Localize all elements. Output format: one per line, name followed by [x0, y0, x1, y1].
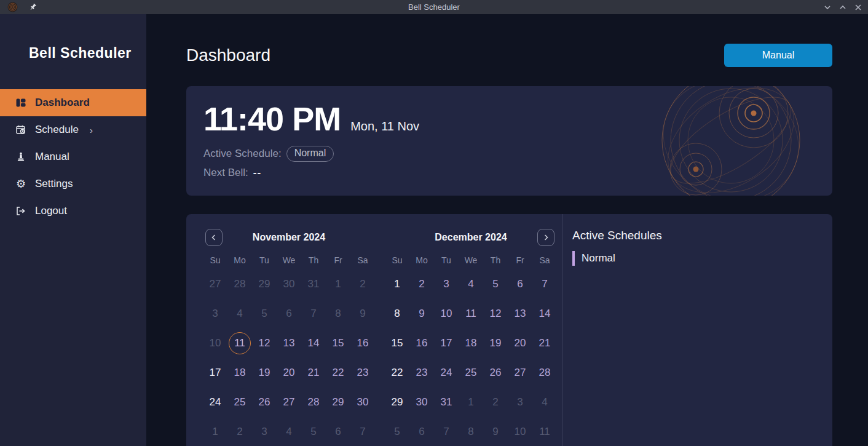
calendar-day[interactable]: 19 — [252, 358, 277, 388]
calendar-day[interactable]: 4 — [459, 269, 483, 299]
calendar-day[interactable]: 21 — [301, 358, 326, 388]
calendar-day[interactable]: 18 — [227, 358, 252, 388]
calendar-day[interactable]: 8 — [459, 417, 483, 446]
calendar-day[interactable]: 28 — [301, 388, 326, 417]
calendar-day[interactable]: 20 — [277, 358, 301, 388]
calendar-day[interactable]: 16 — [350, 329, 375, 358]
active-schedule-label: Active Schedule: — [203, 148, 282, 160]
calendar-day[interactable]: 29 — [385, 388, 409, 417]
calendar-day[interactable]: 14 — [301, 329, 326, 358]
calendar-day[interactable]: 6 — [277, 299, 301, 329]
calendar-day[interactable]: 8 — [385, 299, 409, 329]
calendar-day[interactable]: 4 — [532, 388, 557, 417]
calendar-day[interactable]: 3 — [252, 417, 277, 446]
calendar-day[interactable]: 10 — [434, 299, 459, 329]
calendar-day[interactable]: 2 — [483, 388, 508, 417]
calendar-day[interactable]: 16 — [409, 329, 434, 358]
calendar-day[interactable]: 30 — [277, 269, 301, 299]
calendar-day[interactable]: 3 — [508, 388, 532, 417]
calendar-day[interactable]: 1 — [385, 269, 409, 299]
calendar-day[interactable]: 7 — [434, 417, 459, 446]
next-bell-label: Next Bell: — [203, 167, 248, 179]
sidebar-item-dashboard[interactable]: Dashboard — [0, 89, 146, 116]
sidebar-item-settings[interactable]: ⚙ Settings — [0, 170, 146, 197]
schedule-list-item[interactable]: Normal — [572, 251, 816, 266]
shade-window-icon[interactable] — [823, 2, 832, 12]
calendar-day[interactable]: 1 — [459, 388, 483, 417]
calendar-day[interactable]: 6 — [508, 269, 532, 299]
calendar-day[interactable]: 6 — [326, 417, 350, 446]
calendar-day[interactable]: 7 — [532, 269, 557, 299]
calendar-day[interactable]: 3 — [203, 299, 227, 329]
calendar-day[interactable]: 12 — [252, 329, 277, 358]
calendar-day[interactable]: 12 — [483, 299, 508, 329]
maximize-window-icon[interactable] — [838, 2, 848, 12]
calendar-day[interactable]: 20 — [508, 329, 532, 358]
calendar-day-today[interactable]: 11 — [227, 329, 252, 358]
calendar-day[interactable]: 27 — [277, 388, 301, 417]
sidebar-item-manual[interactable]: Manual — [0, 143, 146, 170]
calendar-day[interactable]: 24 — [434, 358, 459, 388]
calendar-day[interactable]: 17 — [434, 329, 459, 358]
calendar-day[interactable]: 2 — [350, 269, 375, 299]
calendar-day[interactable]: 25 — [459, 358, 483, 388]
calendar-day[interactable]: 18 — [459, 329, 483, 358]
calendar-day[interactable]: 3 — [434, 269, 459, 299]
pin-icon[interactable] — [28, 2, 37, 12]
calendar-day[interactable]: 2 — [409, 269, 434, 299]
weekday-header: Mo — [409, 251, 434, 269]
calendar-day[interactable]: 23 — [350, 358, 375, 388]
calendar-day[interactable]: 6 — [409, 417, 434, 446]
calendar-day[interactable]: 7 — [350, 417, 375, 446]
calendar-day[interactable]: 22 — [326, 358, 350, 388]
sidebar-item-logout[interactable]: Logout — [0, 197, 146, 225]
calendar-day[interactable]: 5 — [483, 269, 508, 299]
calendar-day[interactable]: 29 — [252, 269, 277, 299]
calendar-day[interactable]: 23 — [409, 358, 434, 388]
titlebar: Bell Scheduler — [0, 0, 868, 14]
calendar-day[interactable]: 4 — [277, 417, 301, 446]
calendar-day[interactable]: 13 — [508, 299, 532, 329]
calendar-day[interactable]: 10 — [203, 329, 227, 358]
calendar-day[interactable]: 31 — [301, 269, 326, 299]
calendar-day[interactable]: 31 — [434, 388, 459, 417]
calendar-day[interactable]: 13 — [277, 329, 301, 358]
next-bell-value: -- — [253, 167, 261, 179]
calendar-day[interactable]: 15 — [385, 329, 409, 358]
calendar-day[interactable]: 5 — [252, 299, 277, 329]
calendar-day[interactable]: 28 — [227, 269, 252, 299]
calendar-day[interactable]: 7 — [301, 299, 326, 329]
calendar-day[interactable]: 17 — [203, 358, 227, 388]
calendar-day[interactable]: 30 — [409, 388, 434, 417]
calendar-day[interactable]: 10 — [508, 417, 532, 446]
calendar-day[interactable]: 4 — [227, 299, 252, 329]
calendar-day[interactable]: 9 — [483, 417, 508, 446]
calendar-day[interactable]: 24 — [203, 388, 227, 417]
calendar-day[interactable]: 1 — [203, 417, 227, 446]
calendar-day[interactable]: 22 — [385, 358, 409, 388]
calendar-day[interactable]: 2 — [227, 417, 252, 446]
calendar-day[interactable]: 25 — [227, 388, 252, 417]
calendar-day[interactable]: 29 — [326, 388, 350, 417]
calendar-day[interactable]: 9 — [409, 299, 434, 329]
manual-button[interactable]: Manual — [724, 44, 832, 67]
close-window-icon[interactable] — [853, 2, 863, 12]
sidebar-item-schedule[interactable]: Schedule › — [0, 116, 146, 143]
calendar-day[interactable]: 26 — [252, 388, 277, 417]
calendar-day[interactable]: 9 — [350, 299, 375, 329]
calendar-day[interactable]: 8 — [326, 299, 350, 329]
calendar-day[interactable]: 11 — [459, 299, 483, 329]
calendar-day[interactable]: 19 — [483, 329, 508, 358]
calendar-day[interactable]: 1 — [326, 269, 350, 299]
calendar-day[interactable]: 27 — [203, 269, 227, 299]
calendar-day[interactable]: 28 — [532, 358, 557, 388]
calendar-day[interactable]: 30 — [350, 388, 375, 417]
calendar-day[interactable]: 5 — [301, 417, 326, 446]
calendar-day[interactable]: 21 — [532, 329, 557, 358]
calendar-day[interactable]: 5 — [385, 417, 409, 446]
calendar-day[interactable]: 15 — [326, 329, 350, 358]
calendar-day[interactable]: 11 — [532, 417, 557, 446]
calendar-day[interactable]: 14 — [532, 299, 557, 329]
calendar-day[interactable]: 26 — [483, 358, 508, 388]
calendar-day[interactable]: 27 — [508, 358, 532, 388]
